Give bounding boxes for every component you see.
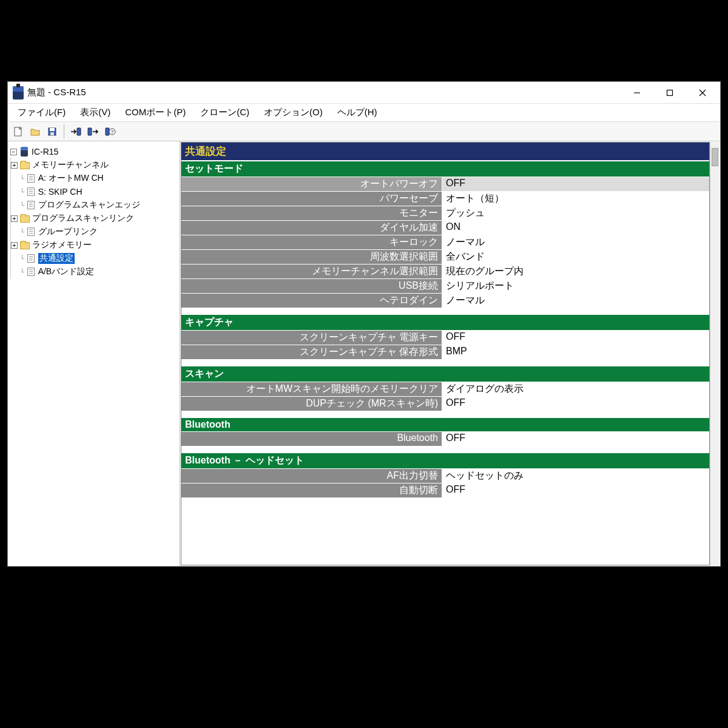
tree-label: ラジオメモリー	[32, 240, 92, 251]
tree-item-program-scan-edge[interactable]: └ プログラムスキャンエッジ	[11, 198, 177, 212]
expand-icon[interactable]: +	[11, 215, 18, 222]
setting-row[interactable]: オートパワーオフOFF	[181, 177, 709, 192]
setting-value[interactable]: 現在のグループ内	[442, 265, 709, 278]
menu-file[interactable]: ファイル(F)	[12, 105, 72, 120]
setting-value[interactable]: シリアルポート	[442, 279, 709, 293]
tree-item-auto-mw-ch[interactable]: └ A: オートMW CH	[11, 172, 177, 185]
setting-row[interactable]: モニタープッシュ	[181, 206, 709, 221]
menu-com[interactable]: COMポート(P)	[119, 105, 192, 120]
scrollbar-thumb[interactable]	[712, 148, 718, 166]
section-header: Bluetooth	[181, 418, 709, 432]
app-icon	[13, 86, 24, 99]
tree-label-selected: 共通設定	[38, 253, 75, 264]
open-folder-icon	[30, 126, 41, 137]
document-icon	[27, 254, 35, 263]
setting-key: オートMWスキャン開始時のメモリークリア	[181, 382, 442, 396]
setting-key: モニター	[181, 206, 442, 220]
menu-clone[interactable]: クローン(C)	[194, 105, 255, 120]
tree-label: A/Bバンド設定	[38, 266, 95, 277]
save-button[interactable]	[44, 124, 60, 140]
setting-value[interactable]: OFF	[442, 484, 709, 497]
setting-row[interactable]: スクリーンキャプチャ 電源キーOFF	[181, 331, 709, 345]
setting-row[interactable]: メモリーチャンネル選択範囲現在のグループ内	[181, 265, 709, 279]
tree-item-ab-band[interactable]: └ A/Bバンド設定	[11, 265, 177, 278]
svg-rect-9	[88, 128, 92, 135]
radio-info-icon: ?	[104, 126, 116, 137]
setting-value[interactable]: OFF	[442, 177, 709, 191]
tree-label: グループリンク	[38, 226, 98, 237]
maximize-icon	[666, 89, 673, 96]
toolbar: ?	[8, 122, 720, 141]
setting-row[interactable]: ヘテロダインノーマル	[181, 294, 709, 308]
section-header: セットモード	[181, 161, 709, 177]
setting-value[interactable]: ON	[442, 221, 709, 235]
expand-icon[interactable]: +	[11, 242, 18, 249]
maximize-button[interactable]	[653, 83, 686, 103]
content-panel: 共通設定セットモードオートパワーオフOFFパワーセーブオート（短）モニタープッシ…	[180, 141, 720, 566]
tree-root[interactable]: − IC-R15	[10, 145, 177, 158]
new-file-icon	[13, 126, 24, 137]
radio-icon	[21, 147, 28, 157]
titlebar[interactable]: 無題 - CS-R15	[8, 82, 720, 104]
setting-value[interactable]: ノーマル	[442, 235, 709, 249]
setting-value[interactable]: プッシュ	[442, 206, 709, 220]
setting-value[interactable]: ノーマル	[442, 294, 709, 308]
settings-grid[interactable]: 共通設定セットモードオートパワーオフOFFパワーセーブオート（短）モニタープッシ…	[181, 142, 710, 565]
vertical-scrollbar[interactable]	[710, 142, 720, 565]
new-button[interactable]	[10, 124, 26, 140]
setting-key: ダイヤル加速	[181, 221, 442, 235]
setting-value[interactable]: ダイアログの表示	[442, 382, 709, 396]
setting-key: AF出力切替	[181, 469, 442, 483]
tree-label: メモリーチャンネル	[32, 160, 109, 170]
section-gap	[181, 360, 709, 366]
body: − IC-R15 + メモリーチャンネル	[8, 141, 720, 566]
read-from-radio-button[interactable]	[68, 124, 84, 140]
setting-row[interactable]: オートMWスキャン開始時のメモリークリアダイアログの表示	[181, 382, 709, 397]
setting-value[interactable]: 全バンド	[442, 250, 709, 264]
setting-value[interactable]: OFF	[442, 397, 709, 411]
setting-value[interactable]: オート（短）	[442, 192, 709, 206]
folder-icon	[20, 242, 30, 249]
setting-value[interactable]: ヘッドセットのみ	[442, 469, 709, 483]
tree-item-program-scan-link[interactable]: + プログラムスキャンリンク	[11, 212, 177, 225]
setting-row[interactable]: BluetoothOFF	[181, 432, 709, 447]
section-gap	[181, 411, 709, 417]
setting-value[interactable]: OFF	[442, 331, 709, 345]
section-gap	[181, 498, 709, 504]
menu-option[interactable]: オプション(O)	[258, 105, 329, 120]
tree-item-radio-memory[interactable]: + ラジオメモリー	[11, 238, 177, 252]
panel-title: 共通設定	[181, 143, 709, 161]
expand-icon[interactable]: +	[11, 162, 18, 169]
setting-row[interactable]: DUPチェック (MRスキャン時)OFF	[181, 397, 709, 411]
tree-item-memory-channel[interactable]: + メモリーチャンネル	[11, 158, 177, 172]
section-gap	[181, 447, 709, 453]
write-to-radio-button[interactable]	[85, 124, 101, 140]
setting-row[interactable]: USB接続シリアルポート	[181, 279, 709, 294]
tree-item-common-settings[interactable]: └ 共通設定	[11, 252, 177, 265]
tree-panel[interactable]: − IC-R15 + メモリーチャンネル	[8, 141, 180, 566]
setting-key: 自動切断	[181, 484, 442, 497]
setting-row[interactable]: 自動切断OFF	[181, 484, 709, 498]
setting-row[interactable]: キーロックノーマル	[181, 235, 709, 250]
open-button[interactable]	[27, 124, 43, 140]
section-header: キャプチャ	[181, 315, 709, 331]
setting-row[interactable]: 周波数選択範囲全バンド	[181, 250, 709, 265]
menu-view[interactable]: 表示(V)	[74, 105, 116, 120]
tree-label: プログラムスキャンエッジ	[38, 200, 140, 211]
radio-info-button[interactable]: ?	[102, 124, 118, 140]
menu-help[interactable]: ヘルプ(H)	[331, 105, 383, 120]
setting-row[interactable]: スクリーンキャプチャ 保存形式BMP	[181, 345, 709, 360]
tree-item-group-link[interactable]: └ グループリンク	[11, 225, 177, 238]
setting-key: スクリーンキャプチャ 保存形式	[181, 345, 442, 359]
setting-row[interactable]: ダイヤル加速ON	[181, 221, 709, 235]
setting-value[interactable]: OFF	[442, 432, 709, 446]
collapse-icon[interactable]: −	[10, 149, 17, 155]
setting-row[interactable]: AF出力切替ヘッドセットのみ	[181, 469, 709, 484]
minimize-button[interactable]	[621, 83, 653, 103]
setting-value[interactable]: BMP	[442, 345, 709, 359]
close-button[interactable]	[686, 83, 719, 103]
tree-label: A: オートMW CH	[38, 173, 104, 184]
tree-item-skip-ch[interactable]: └ S: SKIP CH	[11, 185, 177, 198]
setting-row[interactable]: パワーセーブオート（短）	[181, 192, 709, 206]
setting-key: メモリーチャンネル選択範囲	[181, 265, 442, 278]
